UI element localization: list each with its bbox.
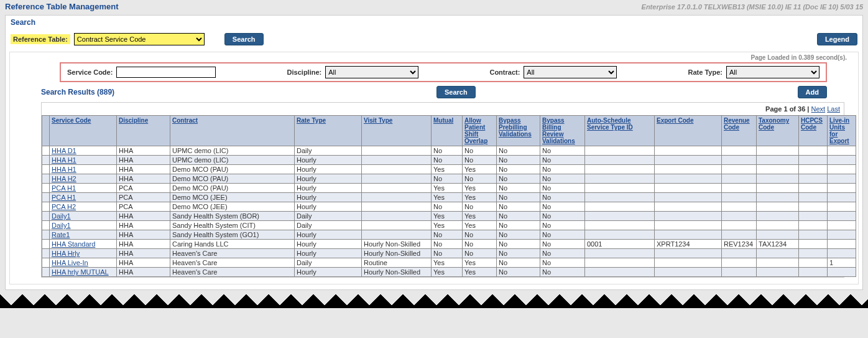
cell [828, 156, 856, 165]
col-header[interactable]: Revenue Code [724, 117, 750, 131]
cell: Daily [295, 258, 362, 268]
service-code-link[interactable]: HHA Live-In [52, 259, 88, 266]
row-handle[interactable] [42, 174, 50, 184]
service-code-link[interactable]: Rate1 [52, 231, 70, 238]
col-header[interactable]: Allow Patient Shift Overlap [464, 117, 487, 144]
row-handle[interactable] [42, 193, 50, 202]
service-code-link[interactable]: HHA Hrly [52, 250, 80, 257]
col-header[interactable]: Export Code [657, 117, 693, 124]
row-handle[interactable] [42, 212, 50, 221]
row-handle[interactable] [42, 268, 50, 277]
cell: XPRT1234 [655, 240, 722, 249]
discipline-label: Discipline: [287, 68, 322, 76]
discipline-select[interactable]: All [325, 66, 418, 78]
cell [722, 174, 757, 184]
cell [362, 165, 432, 174]
col-header[interactable]: Bypass Billing Review Validations [542, 117, 575, 144]
search-button-mid[interactable]: Search [436, 86, 476, 98]
col-header[interactable]: Contract [172, 117, 198, 124]
cell: No [463, 230, 497, 240]
legend-button[interactable]: Legend [817, 33, 857, 45]
cell [799, 249, 828, 258]
cell: HHA [117, 156, 170, 165]
cell: HHA [117, 240, 170, 249]
cell: Daily [295, 221, 362, 230]
add-button[interactable]: Add [798, 86, 827, 98]
service-code-label: Service Code: [67, 68, 113, 76]
cell: No [540, 268, 585, 277]
cell: No [497, 258, 540, 268]
cell [757, 230, 799, 240]
table-row: Daily1HHASandy Health System (CIT)DailyY… [42, 221, 856, 230]
col-header[interactable]: Live-in Units for Export [829, 117, 849, 144]
service-code-link[interactable]: PCA H1 [52, 184, 76, 192]
cell [722, 156, 757, 165]
row-handle[interactable] [42, 221, 50, 230]
row-handle[interactable] [42, 146, 50, 156]
service-code-link[interactable]: HHA H2 [52, 175, 76, 182]
cell: Yes [463, 212, 497, 221]
cell [799, 240, 828, 249]
pager-next[interactable]: Next [811, 105, 826, 113]
search-heading: Search [6, 16, 862, 29]
cell [722, 268, 757, 277]
service-code-link[interactable]: PCA H2 [52, 203, 76, 210]
cell [828, 146, 856, 156]
rate-type-select[interactable]: All [726, 66, 820, 78]
row-handle[interactable] [42, 156, 50, 165]
service-code-link[interactable]: HHA Standard [52, 240, 95, 248]
cell: Hourly [295, 268, 362, 277]
cell: Yes [432, 212, 463, 221]
pager-text: Page 1 of 36 | [765, 105, 809, 113]
cell: Demo MCO (JEE) [170, 193, 295, 202]
cell [799, 174, 828, 184]
service-code-link[interactable]: Daily1 [52, 222, 71, 229]
cell [655, 146, 722, 156]
cell: Demo MCO (PAU) [170, 174, 295, 184]
service-code-link[interactable]: Daily1 [52, 212, 71, 220]
table-row: HHA Live-InHHAHeaven's CareDailyRoutineY… [42, 258, 856, 268]
row-handle[interactable] [42, 258, 50, 268]
col-header[interactable]: Mutual [433, 117, 453, 124]
service-code-link[interactable]: PCA H1 [52, 194, 76, 201]
cell: Daily [295, 212, 362, 221]
cell: PCA [117, 202, 170, 212]
col-header[interactable]: Rate Type [297, 117, 326, 124]
col-header[interactable]: Auto-Schedule Service Type ID [587, 117, 633, 131]
col-header[interactable]: Taxonomy Code [759, 117, 789, 131]
cell [757, 258, 799, 268]
cell [585, 230, 655, 240]
row-handle[interactable] [42, 230, 50, 240]
reference-table-select[interactable]: Contract Service Code [74, 33, 205, 45]
env-info: Enterprise 17.0.1.0 TELXWEB13 (MSIE 10.0… [642, 3, 863, 11]
col-header[interactable]: Visit Type [364, 117, 392, 124]
search-button-top[interactable]: Search [224, 33, 264, 45]
row-handle[interactable] [42, 184, 50, 193]
cell [655, 230, 722, 240]
cell: No [497, 230, 540, 240]
service-code-link[interactable]: HHA H1 [52, 166, 76, 173]
service-code-input[interactable] [116, 67, 216, 78]
cell: HHA [117, 268, 170, 277]
row-handle[interactable] [42, 202, 50, 212]
row-handle[interactable] [42, 165, 50, 174]
col-header[interactable]: Service Code [52, 117, 91, 124]
pager-last[interactable]: Last [827, 105, 840, 113]
service-code-link[interactable]: HHA D1 [52, 147, 76, 154]
cell [585, 268, 655, 277]
row-handle[interactable] [42, 240, 50, 249]
cell: No [497, 212, 540, 221]
col-header[interactable]: Bypass Prebilling Validations [499, 117, 532, 138]
cell [585, 174, 655, 184]
cell: HHA [117, 230, 170, 240]
service-code-link[interactable]: HHA H1 [52, 156, 76, 164]
service-code-link[interactable]: HHA hrly MUTUAL [52, 268, 109, 276]
row-handle[interactable] [42, 249, 50, 258]
cell: PCA [117, 193, 170, 202]
col-header[interactable]: HCPCS Code [801, 117, 823, 131]
col-header[interactable]: Discipline [119, 117, 148, 124]
cell: HHA [117, 212, 170, 221]
cell [362, 174, 432, 184]
contract-select[interactable]: All [524, 66, 617, 78]
cell: No [497, 268, 540, 277]
